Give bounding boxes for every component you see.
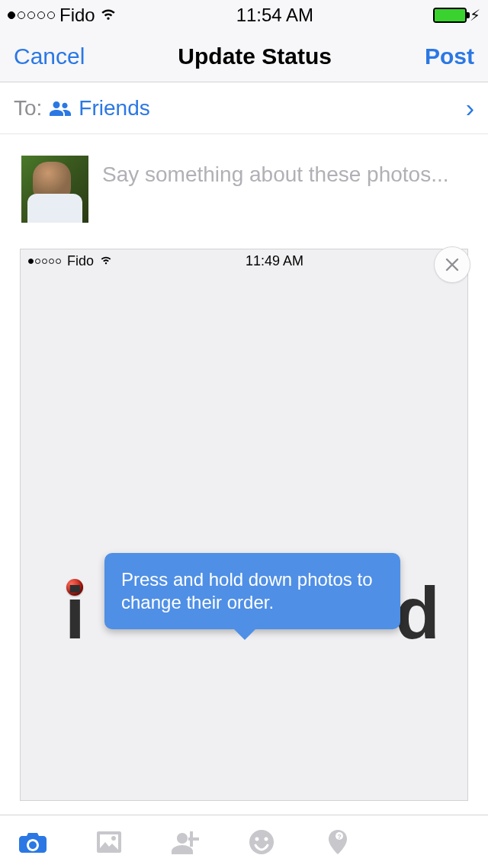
photo-attachment[interactable]: Fido 11:49 AM i d Press and hold down ph… xyxy=(20,249,468,801)
inner-wifi-icon xyxy=(100,253,112,269)
signal-strength-icon xyxy=(8,11,55,19)
tag-person-button[interactable] xyxy=(169,826,201,858)
audience-selector[interactable]: To: Friends › xyxy=(0,82,488,134)
camera-button[interactable] xyxy=(17,826,49,858)
cancel-button[interactable]: Cancel xyxy=(14,43,85,69)
status-bar: Fido 11:54 AM ⚡︎ xyxy=(0,0,488,31)
logo-text-right: d xyxy=(395,571,440,655)
status-right: ⚡︎ xyxy=(433,6,480,24)
inner-time: 11:49 AM xyxy=(246,253,303,269)
logo-text-left: i xyxy=(65,571,85,655)
compose-toolbar: ? xyxy=(0,815,488,868)
to-label: To: xyxy=(14,96,42,121)
reorder-tooltip: Press and hold down photos to change the… xyxy=(104,553,400,629)
charging-icon: ⚡︎ xyxy=(470,6,480,24)
svg-point-1 xyxy=(255,837,259,841)
inner-signal-icon xyxy=(28,259,61,264)
audience-value: Friends xyxy=(79,96,149,121)
inner-status-bar: Fido 11:49 AM xyxy=(21,249,467,272)
tooltip-text: Press and hold down photos to change the… xyxy=(121,569,373,612)
battery-icon xyxy=(433,8,467,23)
nav-bar: Cancel Update Status Post xyxy=(0,31,488,82)
friends-icon xyxy=(50,99,71,117)
audience-left: To: Friends xyxy=(14,96,150,121)
compose-area: Say something about these photos... xyxy=(0,134,488,236)
svg-point-2 xyxy=(265,837,268,841)
svg-text:?: ? xyxy=(337,833,342,841)
album-button[interactable] xyxy=(93,826,125,858)
inner-carrier-label: Fido xyxy=(67,253,94,269)
location-button[interactable]: ? xyxy=(322,826,354,858)
chevron-right-icon: › xyxy=(466,93,474,123)
status-left: Fido xyxy=(8,5,117,26)
page-title: Update Status xyxy=(178,43,332,69)
post-button[interactable]: Post xyxy=(425,43,474,69)
avatar xyxy=(21,156,88,223)
status-input[interactable]: Say something about these photos... xyxy=(102,156,474,188)
emoji-button[interactable] xyxy=(246,826,278,858)
wifi-icon xyxy=(100,5,117,26)
remove-photo-button[interactable] xyxy=(434,246,470,283)
carrier-label: Fido xyxy=(59,5,95,26)
status-time: 11:54 AM xyxy=(236,5,313,26)
